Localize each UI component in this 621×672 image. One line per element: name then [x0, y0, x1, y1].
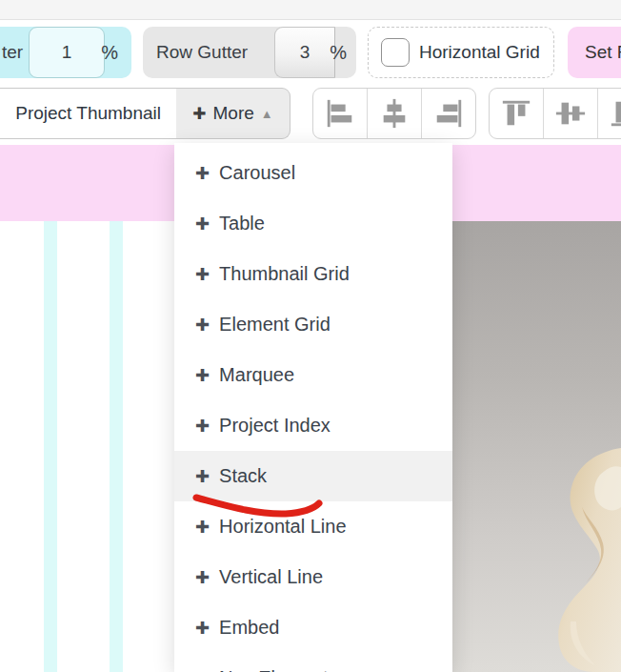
menu-item-label: Table: [219, 213, 265, 234]
menu-item-label: Stack: [219, 465, 267, 487]
align-right-icon: [432, 97, 465, 130]
project-thumbnail-label: Project Thumbnail: [15, 103, 161, 124]
align-top-button[interactable]: [490, 89, 544, 138]
align-center-vertical-button[interactable]: [544, 89, 598, 138]
statue-image[interactable]: [452, 221, 621, 672]
menu-item-horizontal-line[interactable]: ✚Horizontal Line: [174, 501, 452, 552]
menu-item-label: Thumbnail Grid: [219, 263, 350, 285]
align-center-horizontal-icon: [378, 97, 411, 130]
plus-icon: ✚: [195, 315, 210, 336]
menu-item-table[interactable]: ✚Table: [174, 198, 452, 249]
menu-item-label: Project Index: [219, 415, 331, 437]
window-top-strip: [0, 0, 621, 20]
menu-item-nav-element[interactable]: ✚Nav Element: [174, 653, 452, 672]
set-button[interactable]: Set F: [568, 27, 621, 78]
horizontal-grid-label: Horizontal Grid: [419, 42, 540, 63]
align-center-vertical-icon: [554, 97, 587, 130]
align-right-button[interactable]: [422, 89, 475, 138]
plus-icon: ✚: [195, 264, 210, 285]
menu-item-marquee[interactable]: ✚Marquee: [174, 350, 452, 400]
plus-icon: ✚: [192, 104, 206, 124]
menu-item-vertical-line[interactable]: ✚Vertical Line: [174, 552, 452, 602]
menu-item-element-grid[interactable]: ✚Element Grid: [174, 299, 452, 350]
row-gutter-control: Row Gutter 3 %: [143, 27, 356, 78]
menu-item-label: Embed: [219, 617, 279, 639]
plus-icon: ✚: [195, 365, 210, 386]
horizontal-grid-checkbox[interactable]: [381, 38, 410, 67]
menu-item-label: Nav Element: [219, 667, 329, 672]
row-gutter-unit: %: [330, 42, 347, 64]
menu-item-label: Marquee: [219, 364, 294, 386]
menu-item-project-index[interactable]: ✚Project Index: [174, 400, 452, 451]
row-gutter-input[interactable]: 3: [274, 27, 335, 78]
row-gutter-label: Row Gutter: [156, 42, 248, 63]
vertical-align-group: [489, 88, 621, 139]
menu-item-label: Carousel: [219, 162, 295, 184]
column-gutter-guide: [110, 221, 123, 672]
column-gutter-label: ter: [2, 42, 23, 63]
align-left-button[interactable]: [313, 89, 368, 138]
align-top-icon: [500, 97, 532, 130]
column-gutter-control: ter 1 %: [0, 27, 131, 78]
plus-icon: ✚: [195, 618, 210, 639]
column-gutter-input[interactable]: 1: [29, 27, 105, 78]
plus-icon: ✚: [195, 517, 210, 538]
align-left-icon: [324, 97, 356, 130]
more-button[interactable]: ✚ More ▲: [176, 88, 290, 139]
project-thumbnail-button[interactable]: Project Thumbnail: [0, 88, 177, 139]
statue-figure: [452, 221, 621, 672]
insert-toolbar-row: Project Thumbnail ✚ More ▲: [0, 87, 621, 140]
menu-item-carousel[interactable]: ✚Carousel: [174, 148, 452, 198]
align-bottom-icon: [609, 97, 621, 130]
plus-icon: ✚: [195, 668, 210, 672]
menu-item-stack[interactable]: ✚Stack: [174, 451, 452, 501]
plus-icon: ✚: [195, 163, 210, 184]
menu-item-thumbnail-grid[interactable]: ✚Thumbnail Grid: [174, 249, 452, 299]
menu-item-label: Element Grid: [219, 314, 331, 336]
plus-icon: ✚: [195, 466, 210, 487]
align-bottom-button[interactable]: [598, 89, 621, 138]
more-dropdown-menu: ✚Carousel✚Table✚Thumbnail Grid✚Element G…: [174, 143, 452, 672]
plus-icon: ✚: [195, 567, 210, 588]
set-button-label: Set F: [585, 42, 621, 63]
chevron-up-icon: ▲: [261, 107, 273, 121]
grid-controls-row: ter 1 % Row Gutter 3 % Horizontal Grid S…: [0, 20, 621, 87]
menu-item-label: Horizontal Line: [219, 516, 346, 538]
align-center-horizontal-button[interactable]: [368, 89, 422, 138]
menu-item-embed[interactable]: ✚Embed: [174, 602, 452, 653]
menu-item-label: Vertical Line: [219, 566, 323, 588]
more-button-label: More: [213, 103, 254, 124]
plus-icon: ✚: [195, 214, 210, 234]
column-gutter-guide: [44, 221, 57, 672]
horizontal-align-group: [312, 88, 476, 139]
horizontal-grid-toggle[interactable]: Horizontal Grid: [368, 27, 554, 78]
column-gutter-unit: %: [101, 42, 118, 64]
plus-icon: ✚: [195, 416, 210, 437]
